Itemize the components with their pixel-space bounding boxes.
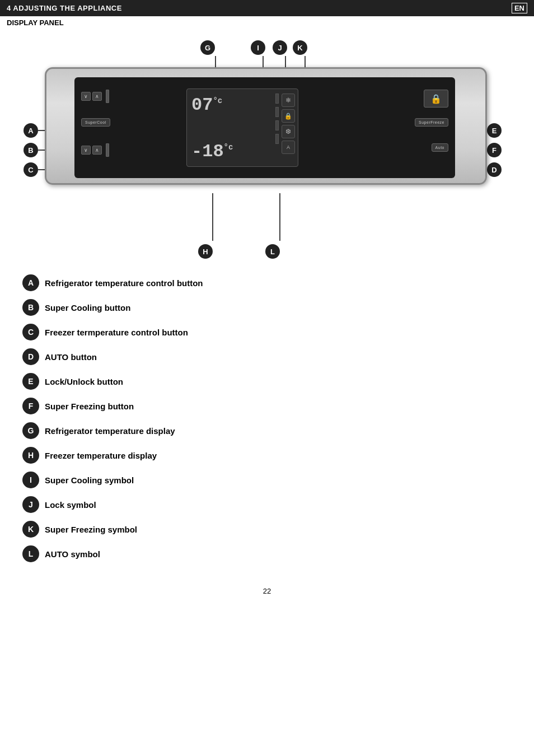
- freezer-bar: [106, 143, 109, 157]
- legend-item-J: J Lock symbol: [22, 496, 512, 513]
- legend-circle-A: A: [22, 274, 39, 291]
- freezer-down-btn[interactable]: ∨: [81, 146, 91, 155]
- legend-text-H: Freezer temperature display: [45, 451, 157, 460]
- fridge-temp-unit: °c: [213, 96, 222, 105]
- legend-item-H: H Freezer temperature display: [22, 447, 512, 464]
- legend-text-G: Refrigerator temperature display: [45, 426, 175, 436]
- legend-circle-L: L: [22, 545, 39, 562]
- legend-circle-J: J: [22, 496, 39, 513]
- bar3: [275, 120, 279, 130]
- legend-item-C: C Freezer termperature control button: [22, 324, 512, 340]
- display-panel-label: DISPLAY PANEL: [0, 16, 534, 28]
- legend-text-J: Lock symbol: [45, 500, 96, 510]
- legend-circle-B: B: [22, 299, 39, 316]
- legend-text-K: Super Freezing symbol: [45, 525, 137, 534]
- legend-item-F: F Super Freezing button: [22, 398, 512, 414]
- legend-item-G: G Refrigerator temperature display: [22, 422, 512, 439]
- auto-symbol-display: A: [282, 141, 295, 154]
- legend-text-F: Super Freezing button: [45, 402, 134, 411]
- callout-F: F: [487, 143, 502, 157]
- legend-circle-F: F: [22, 398, 39, 414]
- fridge-temp-display: 07: [191, 95, 213, 115]
- legend-item-L: L AUTO symbol: [22, 545, 512, 562]
- callout-B: B: [24, 143, 38, 157]
- legend-circle-I: I: [22, 472, 39, 488]
- legend-text-C: Freezer termperature control button: [45, 328, 188, 337]
- callout-H: H: [198, 244, 213, 259]
- language-label: EN: [512, 3, 527, 13]
- diagram-area: G I J K A B C E F D H L ∨: [0, 28, 534, 269]
- legend-item-K: K Super Freezing symbol: [22, 521, 512, 538]
- cool-symbol-display: ❄: [282, 94, 295, 107]
- legend-text-D: AUTO button: [45, 352, 97, 362]
- superfreeze-button[interactable]: SuperFreeze: [415, 118, 448, 127]
- callout-I: I: [251, 40, 265, 55]
- callout-J: J: [273, 40, 287, 55]
- lock-symbol-display: 🔒: [282, 109, 295, 123]
- legend-circle-C: C: [22, 324, 39, 340]
- callout-G: G: [200, 40, 215, 55]
- callout-E: E: [487, 123, 502, 138]
- legend-text-B: Super Cooling button: [45, 303, 130, 312]
- legend-item-E: E Lock/Unlock button: [22, 373, 512, 390]
- fridge-up-btn[interactable]: ∧: [92, 92, 102, 101]
- legend: A Refrigerator temperature control butto…: [0, 269, 534, 581]
- bar1: [275, 94, 279, 104]
- panel-inner: ∨ ∧ SuperCool ∨ ∧ 07°c: [74, 77, 455, 178]
- legend-circle-K: K: [22, 521, 39, 538]
- lock-unlock-button[interactable]: 🔒: [430, 94, 442, 104]
- legend-circle-G: G: [22, 422, 39, 439]
- bar2: [275, 107, 279, 117]
- page-title: 4 ADJUSTING THE APPLIANCE: [7, 4, 122, 12]
- legend-circle-E: E: [22, 373, 39, 390]
- auto-button[interactable]: Auto: [432, 143, 448, 152]
- page-number: 22: [0, 581, 534, 601]
- legend-item-B: B Super Cooling button: [22, 299, 512, 316]
- callout-D: D: [487, 162, 502, 177]
- legend-text-L: AUTO symbol: [45, 549, 100, 559]
- legend-item-A: A Refrigerator temperature control butto…: [22, 274, 512, 291]
- legend-circle-H: H: [22, 447, 39, 464]
- callout-L: L: [265, 244, 280, 259]
- fridge-bar: [106, 90, 109, 103]
- supercool-button[interactable]: SuperCool: [81, 118, 110, 127]
- freezer-temp-display: -18: [191, 141, 224, 162]
- legend-text-A: Refrigerator temperature control button: [45, 278, 203, 288]
- fridge-down-btn[interactable]: ∨: [81, 92, 91, 101]
- freezer-temp-unit: °c: [224, 143, 233, 152]
- bar4: [275, 134, 279, 144]
- legend-text-E: Lock/Unlock button: [45, 377, 123, 386]
- callout-C: C: [24, 162, 38, 177]
- freezer-up-btn[interactable]: ∧: [92, 146, 102, 155]
- freeze-symbol-display: ❆: [282, 125, 295, 138]
- display-panel: ∨ ∧ SuperCool ∨ ∧ 07°c: [45, 67, 487, 185]
- legend-item-I: I Super Cooling symbol: [22, 472, 512, 488]
- legend-text-I: Super Cooling symbol: [45, 475, 134, 485]
- legend-item-D: D AUTO button: [22, 348, 512, 365]
- callout-A: A: [24, 123, 38, 138]
- callout-K: K: [293, 40, 307, 55]
- lcd-display: 07°c ❄ 🔒 ❆ A -18°c: [186, 88, 298, 167]
- legend-circle-D: D: [22, 348, 39, 365]
- header-bar: 4 ADJUSTING THE APPLIANCE EN: [0, 0, 534, 16]
